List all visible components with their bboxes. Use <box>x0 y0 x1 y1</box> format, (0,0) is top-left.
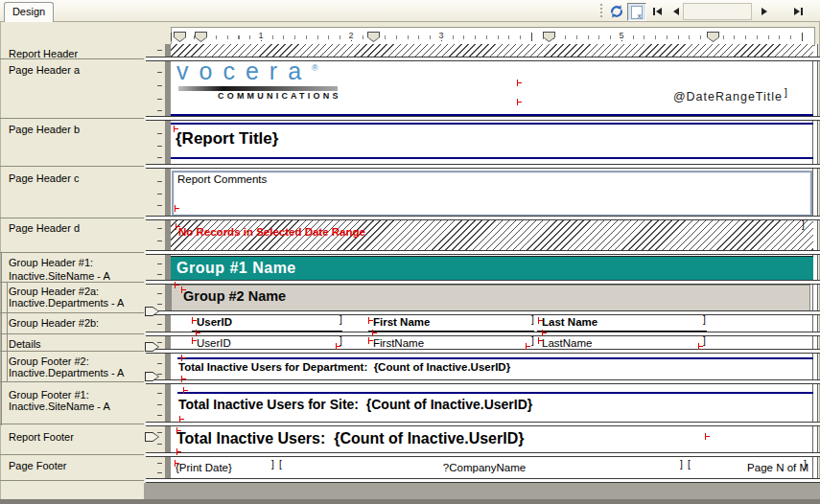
section-page-header-b[interactable]: Page Header b <box>0 124 144 135</box>
band-boundary[interactable] <box>146 452 820 457</box>
field-anchor-mark <box>179 416 184 423</box>
gutter-dash <box>157 85 162 86</box>
report-footer-total-field[interactable]: Total Inactive Users: {Count of Inactive… <box>176 430 524 447</box>
field-anchor-mark <box>372 330 377 336</box>
field-anchor-mark <box>538 317 543 324</box>
column-header-userid[interactable]: UserID <box>192 316 342 332</box>
ruler-number: 1 <box>256 31 265 40</box>
gutter-dash <box>157 444 162 445</box>
title-top-line <box>171 123 813 125</box>
group-footer1-total-field[interactable]: Total Inactive Users for Site: {Count of… <box>178 397 532 412</box>
next-page-icon[interactable] <box>756 3 773 19</box>
company-name-field[interactable]: ?CompanyName <box>283 462 686 473</box>
group-footer2-rule <box>177 357 813 359</box>
panel-separator <box>0 166 144 167</box>
gutter-dash <box>157 472 162 473</box>
section-page-header-c[interactable]: Page Header c <box>0 172 144 184</box>
group-footer1-rule <box>177 392 813 394</box>
section-details[interactable]: Details <box>0 338 144 350</box>
gutter-dash <box>157 241 162 241</box>
section-group-header-2a[interactable]: Group Header #2a:Inactive.Departments - … <box>0 286 144 309</box>
gutter-dash <box>157 324 162 325</box>
field-bracket-mark: ] <box>271 460 274 470</box>
refresh-icon[interactable] <box>608 3 625 19</box>
page-n-of-m-field[interactable]: Page N of M <box>695 462 808 473</box>
gutter-dash <box>157 374 162 375</box>
gutter-dash <box>157 205 162 206</box>
section-report-footer[interactable]: Report Footer <box>0 431 144 443</box>
band-boundary[interactable] <box>146 332 820 336</box>
report-designer-window: Design x Report Header Page Header <box>0 0 820 504</box>
panel-separator <box>0 252 144 253</box>
gutter-dash <box>157 110 162 111</box>
band-boundary[interactable] <box>146 422 820 426</box>
section-group-footer-1[interactable]: Group Footer #1:Inactive.SiteName - A <box>0 389 144 412</box>
gutter-dash <box>157 133 162 134</box>
panel-separator <box>0 424 144 424</box>
section-page-header-d[interactable]: Page Header d <box>0 222 144 234</box>
gutter-dash <box>157 342 162 343</box>
report-comments-field[interactable]: Report Comments <box>172 171 812 217</box>
band-boundary[interactable] <box>146 379 820 384</box>
field-bracket-mark: ] <box>340 315 342 325</box>
group1-name-field[interactable]: Group #1 Name <box>171 256 813 282</box>
column-header-firstname[interactable]: First Name <box>368 316 534 332</box>
column-header-lastname[interactable]: Last Name <box>537 316 707 332</box>
field-bracket-mark: ] <box>804 460 807 470</box>
field-anchor-mark <box>192 317 197 324</box>
band-handle-arrow[interactable] <box>145 432 159 442</box>
group1-nesting-line <box>1 253 2 425</box>
report-header-band-suppressed[interactable] <box>171 44 813 57</box>
field-anchor-mark <box>176 448 181 455</box>
group2-nesting-line <box>7 283 8 382</box>
tab-design[interactable]: Design <box>4 2 54 22</box>
section-group-footer-2[interactable]: Group Footer #2:Inactive.Departments - A <box>0 355 144 378</box>
field-anchor-mark <box>174 126 178 132</box>
band-boundary[interactable] <box>146 164 820 169</box>
gutter-dash <box>157 157 162 158</box>
field-bracket-mark: [ <box>688 460 691 470</box>
band-boundary[interactable] <box>146 216 820 220</box>
section-group-header-2b[interactable]: Group Header #2b: <box>0 317 144 329</box>
excel-page-glyph: x <box>631 6 643 19</box>
field-bracket-mark: [ <box>279 460 282 470</box>
gutter-dash <box>157 146 162 147</box>
print-date-field[interactable]: {Print Date} <box>176 462 232 473</box>
band-boundary[interactable] <box>146 280 820 285</box>
band-boundary[interactable] <box>146 57 820 61</box>
date-range-title-field[interactable]: @DateRangeTitle <box>575 90 783 103</box>
field-anchor-mark <box>517 80 522 86</box>
section-page-header-a[interactable]: Page Header a <box>0 64 144 76</box>
gutter-dash <box>157 274 162 275</box>
panel-separator <box>0 454 144 455</box>
logo-subtitle: COMMUNICATIONS <box>218 91 341 101</box>
last-page-icon[interactable] <box>790 3 808 19</box>
band-boundary[interactable] <box>146 310 820 315</box>
band-boundary[interactable] <box>146 349 820 354</box>
group2-name-field[interactable]: Group #2 Name <box>171 285 810 311</box>
panel-separator <box>0 58 144 59</box>
field-bracket-mark: ] <box>340 336 342 346</box>
band-boundary[interactable] <box>146 116 820 121</box>
page-number-box <box>683 3 752 20</box>
gutter-dash <box>157 181 162 182</box>
export-excel-icon[interactable]: x <box>627 3 646 21</box>
field-bracket-mark: ] <box>680 460 683 470</box>
group-footer2-total-field[interactable]: Total Inactive Users for Department: {Co… <box>178 361 510 373</box>
band-boundary[interactable] <box>146 250 820 255</box>
gutter-dash <box>157 263 162 264</box>
section-group-header-1[interactable]: Group Header #1:Inactive.SiteName - A <box>0 257 144 281</box>
toolbar-grip[interactable] <box>600 4 602 17</box>
title-bottom-line <box>171 157 813 159</box>
field-anchor-mark <box>196 330 200 336</box>
vocera-logo[interactable]: vocera® <box>176 57 318 85</box>
report-title-field[interactable]: {Report Title} <box>176 129 278 149</box>
first-page-icon[interactable] <box>648 3 666 19</box>
section-page-footer[interactable]: Page Footer <box>0 460 144 471</box>
no-records-message-field[interactable]: No Records in Selected Date Range <box>178 226 365 238</box>
band-boundary[interactable] <box>146 478 820 483</box>
gutter-dash <box>157 194 162 195</box>
gutter-dash <box>157 99 162 100</box>
gutter-dash <box>157 304 162 305</box>
gutter-dash <box>157 228 162 229</box>
